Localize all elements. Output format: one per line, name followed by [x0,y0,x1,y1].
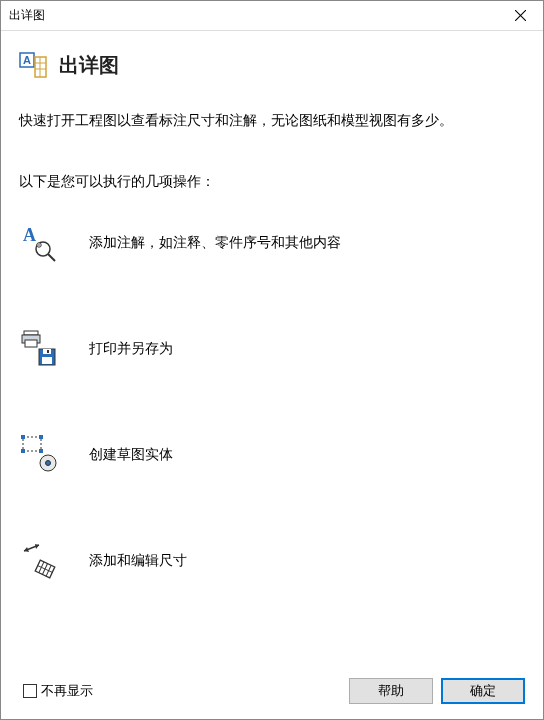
op-row-sketch: 创建草图实体 [19,435,525,475]
op-text-print-save: 打印并另存为 [89,340,173,358]
svg-rect-15 [25,340,37,347]
svg-point-12 [38,244,40,246]
op-row-dimension: 添加和编辑尺寸 [19,541,525,581]
op-row-print-save: 打印并另存为 [19,329,525,369]
content-area: A 出详图 快速打开工程图以查看标注尺寸和注解，无论图纸和模型视图有多少。 以下… [1,31,543,663]
sketch-icon [21,435,61,475]
op-text-sketch: 创建草图实体 [89,446,173,464]
svg-line-34 [46,565,51,576]
heading-row: A 出详图 [19,51,525,79]
svg-rect-13 [24,331,38,335]
op-text-dimension: 添加和编辑尺寸 [89,552,187,570]
op-text-annotate: 添加注解，如注释、零件序号和其他内容 [89,234,341,252]
svg-line-32 [39,562,44,573]
svg-rect-21 [21,435,25,439]
intro-text: 快速打开工程图以查看标注尺寸和注解，无论图纸和模型视图有多少。 [19,109,525,133]
svg-rect-19 [47,350,49,353]
svg-rect-23 [21,449,25,453]
svg-line-33 [42,563,47,574]
print-save-icon [21,329,61,369]
svg-line-10 [48,254,55,261]
svg-rect-20 [23,437,41,451]
ok-button[interactable]: 确定 [441,678,525,704]
dialog-window: 出详图 A 出详图 快速打开工程图以查看标注尺寸和注解，无论图纸 [0,0,544,720]
detailing-icon: A [19,51,47,79]
svg-text:A: A [23,54,31,66]
svg-point-26 [46,460,51,465]
window-title: 出详图 [9,7,45,24]
operations-label: 以下是您可以执行的几项操作： [19,173,525,191]
titlebar: 出详图 [1,1,543,31]
heading-text: 出详图 [59,52,119,79]
close-icon [515,10,526,21]
checkbox-icon [23,684,37,698]
svg-rect-22 [39,435,43,439]
help-button[interactable]: 帮助 [349,678,433,704]
dimension-icon [21,541,61,581]
svg-text:A: A [23,225,36,245]
op-row-annotate: A 添加注解，如注释、零件序号和其他内容 [19,223,525,263]
dont-show-checkbox-wrap[interactable]: 不再显示 [23,682,341,700]
close-button[interactable] [498,1,543,31]
footer: 不再显示 帮助 确定 [1,663,543,719]
svg-rect-18 [42,357,52,364]
annotate-icon: A [21,223,61,263]
svg-rect-24 [39,449,43,453]
dont-show-label: 不再显示 [41,682,93,700]
